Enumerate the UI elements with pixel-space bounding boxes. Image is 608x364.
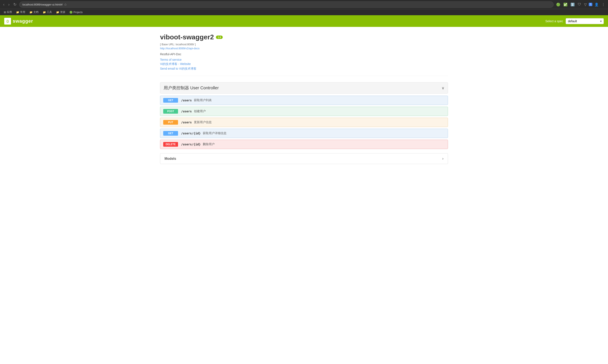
swagger-header: {} swagger Select a spec default [0, 15, 608, 27]
models-title: Models [164, 157, 176, 161]
folder-icon-3: 📁 [43, 11, 46, 14]
user-controller-section: 用户类控制器 User Controller ∨ GET /users 获取用户… [160, 82, 448, 149]
api-description: Restful-API-Doc [160, 52, 448, 56]
bookmark-tools[interactable]: 📁 工具 [41, 10, 53, 14]
spec-selector-label: Select a spec [545, 19, 563, 23]
email-link[interactable]: Send email to Vi的技术博客 [160, 67, 448, 71]
endpoint-path-delete-users-id: /users/{id} [181, 143, 201, 146]
method-badge-delete-users-id: DELETE [163, 142, 178, 147]
method-badge-post-users: POST [163, 109, 178, 114]
endpoint-path-put-users: /users [181, 121, 192, 124]
endpoint-summary-get-users-id: 获取用户详细信息 [203, 131, 226, 135]
address-text: localhost:8089/swagger-ui.html#/ [22, 3, 63, 6]
spec-dropdown[interactable]: default [566, 18, 604, 24]
bookmark-apps[interactable]: ⊞ 应用 [2, 10, 13, 14]
bookmark-star-icon[interactable]: ☆ [64, 2, 67, 7]
extension-icon-1[interactable]: 🟢 [555, 2, 561, 7]
menu-icon[interactable]: ⋮ [601, 2, 606, 7]
extension-icon-4[interactable]: 🛡 [577, 2, 582, 7]
controller-title: 用户类控制器 User Controller [164, 85, 219, 91]
endpoint-path-post-users: /users [181, 110, 192, 113]
website-link[interactable]: Vi的技术博客 - Website [160, 62, 448, 66]
api-title: viboot-swagger2 [160, 33, 214, 41]
bookmark-common[interactable]: 📁 常用 [14, 10, 27, 14]
bookmark-resources[interactable]: 📁 资源 [54, 10, 67, 14]
swagger-bracket-icon: {} [7, 19, 9, 23]
bookmark-docs[interactable]: 📁 文档 [28, 10, 40, 14]
method-badge-get-users: GET [163, 98, 178, 103]
method-badge-put-users: PUT [163, 120, 178, 125]
refresh-button[interactable]: ↻ [12, 2, 18, 7]
endpoint-delete-users-id[interactable]: DELETE /users/{id} 删除用户 [160, 140, 448, 149]
method-badge-get-users-id: GET [163, 131, 178, 136]
endpoint-summary-delete-users-id: 删除用户 [203, 143, 215, 146]
controller-header[interactable]: 用户类控制器 User Controller ∨ [160, 82, 448, 93]
endpoint-get-users[interactable]: GET /users 获取用户列表 [160, 96, 448, 105]
address-bar[interactable]: localhost:8089/swagger-ui.html#/ ☆ [19, 1, 554, 8]
apps-icon: ⊞ [4, 11, 6, 14]
folder-icon-2: 📁 [29, 11, 33, 14]
api-version-badge: 1.0 [216, 36, 223, 39]
extension-icon-3[interactable]: ℹ️ [570, 2, 576, 7]
api-base-url: [ Base URL: localhost:8089/ ] [160, 43, 448, 46]
bookmarks-bar: ⊞ 应用 📁 常用 📁 文档 📁 工具 📁 资源 🟢 Projects [0, 9, 608, 15]
controller-chevron-icon: ∨ [442, 86, 444, 90]
browser-chrome: ‹ › ↻ localhost:8089/swagger-ui.html#/ ☆… [0, 0, 608, 9]
endpoint-path-get-users-id: /users/{id} [181, 132, 201, 135]
models-chevron-icon: › [442, 156, 444, 161]
endpoint-summary-get-users: 获取用户列表 [194, 98, 212, 102]
extension-icon-2[interactable]: ✅ [562, 2, 568, 7]
endpoint-put-users[interactable]: PUT /users 更新用户信息 [160, 118, 448, 127]
models-section: Models › [160, 153, 448, 164]
api-docs-link[interactable]: http://localhost:8089/v2/api-docs [160, 47, 448, 50]
projects-icon: 🟢 [69, 11, 73, 14]
forward-button[interactable]: › [7, 2, 11, 7]
swagger-logo: {} swagger [4, 18, 33, 25]
spec-selector: Select a spec default [545, 18, 604, 24]
endpoint-post-users[interactable]: POST /users 创建用户 [160, 107, 448, 116]
models-header[interactable]: Models › [160, 154, 448, 164]
browser-toolbar-right: 🟢 ✅ ℹ️ 🛡 ▽ 5 👤 ⋮ [555, 2, 606, 7]
bookmark-projects[interactable]: 🟢 Projects [68, 10, 84, 14]
extension-icon-5[interactable]: ▽ [583, 2, 587, 7]
profile-icon[interactable]: 👤 [594, 2, 599, 7]
swagger-logo-text: swagger [13, 18, 33, 24]
spec-dropdown-wrapper: default [566, 18, 604, 24]
terms-of-service-link[interactable]: Terms of service [160, 58, 448, 61]
back-button[interactable]: ‹ [2, 2, 5, 7]
swagger-logo-icon: {} [4, 18, 11, 25]
extension-icon-6[interactable]: 5 [589, 3, 592, 6]
folder-icon-4: 📁 [56, 11, 59, 14]
endpoint-summary-put-users: 更新用户信息 [194, 120, 212, 124]
api-title-row: viboot-swagger2 1.0 [160, 33, 448, 41]
endpoint-summary-post-users: 创建用户 [194, 109, 206, 113]
endpoint-path-get-users: /users [181, 99, 192, 102]
folder-icon-1: 📁 [16, 11, 19, 14]
api-info-section: viboot-swagger2 1.0 [ Base URL: localhos… [160, 33, 448, 76]
swagger-main-content: viboot-swagger2 1.0 [ Base URL: localhos… [156, 27, 452, 170]
endpoint-get-users-id[interactable]: GET /users/{id} 获取用户详细信息 [160, 129, 448, 138]
